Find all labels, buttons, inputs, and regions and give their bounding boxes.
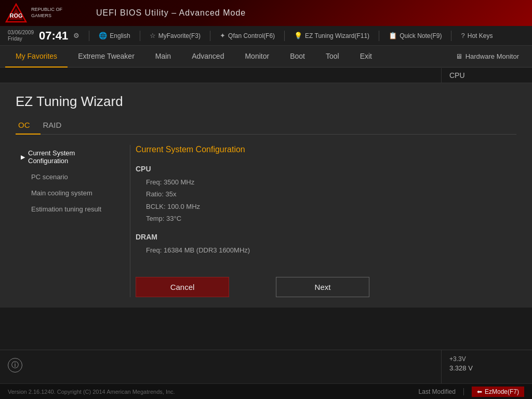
wizard-title: EZ Tuning Wizard (16, 94, 516, 110)
fan-icon: ✦ (220, 32, 225, 39)
note-icon: 📋 (389, 32, 397, 39)
last-modified-link[interactable]: Last Modified (419, 388, 456, 395)
settings-icon[interactable]: ⚙ (73, 32, 79, 39)
toolbar: 03/06/2009 Friday 07:41 ⚙ 🌐 English ☆ My… (0, 26, 532, 46)
svg-text:ROG: ROG (9, 12, 22, 19)
quick-note-button[interactable]: 📋 Quick Note(F9) (389, 32, 442, 39)
divider (89, 31, 89, 41)
header: ROG REPUBLIC OF GAMERS UEFI BIOS Utility… (0, 0, 532, 26)
divider (451, 31, 451, 41)
footer: Version 2.16.1240. Copyright (C) 2014 Am… (0, 383, 532, 399)
dram-freq: Freq: 16384 MB (DDR3 1600MHz) (146, 244, 511, 256)
cpu-section: CPU Freq: 3500 MHz Ratio: 35x BCLK: 100.… (136, 165, 511, 225)
question-icon: ? (461, 32, 464, 39)
wizard-nav-cooling[interactable]: Main cooling system (16, 185, 119, 201)
button-row: Cancel Next (136, 277, 369, 297)
wizard-body: ▶ Current System Configuration PC scenar… (16, 145, 516, 297)
time-display: 07:41 (39, 29, 68, 43)
exit-icon: ⬅ (477, 388, 482, 395)
nav-item-advanced[interactable]: Advanced (181, 46, 234, 68)
cpu-ratio: Ratio: 35x (146, 188, 511, 200)
config-title: Current System Configuration (136, 145, 511, 154)
tab-oc[interactable]: OC (16, 117, 41, 135)
monitor-icon: 🖥 (456, 52, 462, 60)
nav-item-my-favorites[interactable]: My Favorites (5, 46, 68, 68)
voltage-panel: +3.3V 3.328 V (441, 350, 532, 384)
dram-section: DRAM Freq: 16384 MB (DDR3 1600MHz) (136, 233, 511, 256)
cpu-side-label: CPU (441, 68, 532, 83)
voltage-value: 3.328 V (449, 364, 524, 372)
nav-item-exit[interactable]: Exit (350, 46, 382, 68)
wizard-nav-estimation[interactable]: Estimation tuning result (16, 201, 119, 217)
nav-item-monitor[interactable]: Monitor (234, 46, 280, 68)
cpu-section-title: CPU (136, 165, 511, 173)
dram-details: Freq: 16384 MB (DDR3 1600MHz) (136, 244, 511, 256)
rog-logo-icon: ROG (5, 3, 27, 23)
nav-item-boot[interactable]: Boot (280, 46, 315, 68)
divider (284, 31, 285, 41)
star-icon: ☆ (150, 32, 156, 39)
tab-raid[interactable]: RAID (41, 117, 72, 135)
language-selector[interactable]: 🌐 English (99, 32, 130, 39)
date-display: 03/06/2009 Friday (8, 30, 34, 42)
wizard-nav-current-config[interactable]: ▶ Current System Configuration (16, 145, 119, 169)
wizard-content: Current System Configuration CPU Freq: 3… (130, 145, 516, 297)
nav-item-main[interactable]: Main (145, 46, 181, 68)
ez-tuning-button[interactable]: 💡 EZ Tuning Wizard(F11) (294, 32, 369, 39)
logo-area: ROG REPUBLIC OF GAMERS (5, 3, 88, 23)
main-content: EZ Tuning Wizard OC RAID ▶ Current Syste… (0, 83, 532, 308)
cpu-bclk: BCLK: 100.0 MHz (146, 201, 511, 212)
wizard-nav: ▶ Current System Configuration PC scenar… (16, 145, 119, 297)
dram-section-title: DRAM (136, 233, 511, 241)
qfan-button[interactable]: ✦ Qfan Control(F6) (220, 32, 275, 39)
voltage-label: +3.3V (449, 355, 524, 363)
cpu-freq: Freq: 3500 MHz (146, 176, 511, 188)
info-icon: ⓘ (8, 358, 22, 373)
divider (210, 31, 210, 41)
hw-monitor-button[interactable]: 🖥 Hardware Monitor (448, 52, 527, 60)
nav-items: My Favorites Extreme Tweaker Main Advanc… (5, 46, 448, 68)
ez-mode-button[interactable]: ⬅ EzMode(F7) (472, 387, 524, 397)
wizard-tabs: OC RAID (16, 117, 516, 135)
divider (140, 31, 140, 41)
time-section: 03/06/2009 Friday 07:41 ⚙ (8, 29, 79, 43)
arrow-icon: ▶ (21, 154, 25, 161)
wand-icon: 💡 (294, 32, 302, 39)
cancel-button[interactable]: Cancel (136, 277, 229, 297)
nav-menu: My Favorites Extreme Tweaker Main Advanc… (0, 46, 532, 68)
header-title: UEFI BIOS Utility – Advanced Mode (96, 8, 246, 18)
globe-icon: 🌐 (99, 32, 107, 39)
wizard-nav-pc-scenario[interactable]: PC scenario (16, 169, 119, 185)
divider (379, 31, 379, 41)
my-favorite-button[interactable]: ☆ MyFavorite(F3) (150, 32, 201, 39)
logo-text: REPUBLIC OF GAMERS (31, 7, 62, 19)
cpu-temp: Temp: 33°C (146, 212, 511, 224)
copyright-text: Version 2.16.1240. Copyright (C) 2014 Am… (8, 389, 175, 395)
footer-divider (463, 388, 464, 395)
next-button[interactable]: Next (276, 277, 369, 297)
nav-item-extreme-tweaker[interactable]: Extreme Tweaker (68, 46, 145, 68)
footer-right: Last Modified ⬅ EzMode(F7) (419, 387, 524, 397)
nav-item-tool[interactable]: Tool (315, 46, 350, 68)
hot-keys-button[interactable]: ? Hot Keys (461, 32, 493, 39)
cpu-details: Freq: 3500 MHz Ratio: 35x BCLK: 100.0 MH… (136, 176, 511, 225)
status-bar: ⓘ +3.3V 3.328 V (0, 350, 532, 383)
